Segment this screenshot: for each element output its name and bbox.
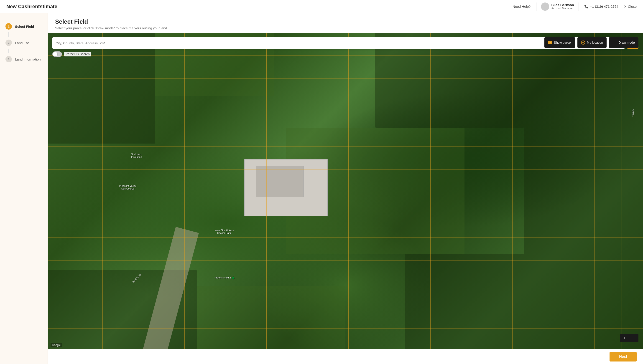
page-title: Select Field xyxy=(55,18,636,25)
account-name: Silas Berkson xyxy=(551,3,574,7)
step-1-number: 1 xyxy=(8,25,9,28)
sidebar-step-1[interactable]: 1 Select Field xyxy=(0,20,48,32)
need-help-link[interactable]: Need Help? xyxy=(513,4,530,8)
parcel-id-switch[interactable] xyxy=(52,52,62,57)
step-connector-1 xyxy=(9,32,9,37)
map-satellite: S ModernInsulation Pleasant ValleyGolf C… xyxy=(48,33,643,349)
my-location-icon xyxy=(581,40,585,44)
step-2-circle: 2 xyxy=(6,40,12,46)
step-connector-2 xyxy=(9,49,9,53)
sidebar-step-2[interactable]: 2 Land use xyxy=(0,37,48,49)
search-input-wrapper[interactable] xyxy=(52,37,625,49)
header-right: Need Help? Silas Berkson Account Manager… xyxy=(513,2,637,11)
draw-mode-button[interactable]: Draw mode xyxy=(609,37,638,48)
account-info: Silas Berkson Account Manager xyxy=(536,2,579,11)
parcel-id-label: Parcel ID Search xyxy=(64,52,91,56)
content-area: Select Field Select your parcel or click… xyxy=(48,13,643,364)
account-role: Account Manager xyxy=(551,7,574,10)
step-2-number: 2 xyxy=(8,41,9,44)
step-3-circle: 3 xyxy=(6,56,12,62)
avatar xyxy=(541,2,549,11)
account-details: Silas Berkson Account Manager xyxy=(551,3,574,10)
close-icon: ✕ xyxy=(624,4,627,9)
phone-number: +1 (319) 471-2754 xyxy=(590,4,618,8)
checkbox-icon: ✓ xyxy=(548,41,552,44)
zoom-out-button[interactable]: − xyxy=(629,334,638,342)
my-location-label: My location xyxy=(587,41,603,44)
content-header: Select Field Select your parcel or click… xyxy=(48,13,643,33)
phone-icon: 📞 xyxy=(584,4,588,9)
target-icon xyxy=(581,40,585,44)
zoom-controls: + − xyxy=(620,334,638,342)
app-title: New Cashrentstimate xyxy=(6,4,57,10)
step-1-label: Select Field xyxy=(15,24,34,28)
step-3-number: 3 xyxy=(8,58,9,61)
my-location-button[interactable]: My location xyxy=(577,37,607,48)
search-input[interactable] xyxy=(56,41,621,45)
show-parcel-label: Show parcel xyxy=(554,41,571,44)
header: New Cashrentstimate Need Help? Silas Ber… xyxy=(0,0,643,13)
parcel-grid xyxy=(48,33,643,349)
google-attribution: Google xyxy=(51,343,62,347)
phone-info: 📞 +1 (319) 471-2754 xyxy=(584,4,618,9)
close-button[interactable]: ✕ Close xyxy=(624,4,637,9)
square-icon xyxy=(613,41,616,44)
parcel-id-toggle[interactable]: Parcel ID Search xyxy=(52,52,91,57)
page-subtitle: Select your parcel or click "Draw mode" … xyxy=(55,26,636,30)
bottom-bar: Next xyxy=(48,349,643,364)
map-action-buttons: ✓ Show parcel My location xyxy=(544,37,638,48)
map-container[interactable]: S ModernInsulation Pleasant ValleyGolf C… xyxy=(48,33,643,349)
draw-mode-label: Draw mode xyxy=(618,41,635,44)
map-background: S ModernInsulation Pleasant ValleyGolf C… xyxy=(48,33,643,349)
step-2-label: Land use xyxy=(15,41,29,45)
next-button[interactable]: Next xyxy=(609,352,637,362)
step-1-circle: 1 xyxy=(6,23,12,30)
step-3-label: Land Information xyxy=(15,57,41,61)
zoom-in-button[interactable]: + xyxy=(620,334,629,342)
sidebar-step-3[interactable]: 3 Land Information xyxy=(0,53,48,65)
draw-mode-icon xyxy=(612,40,616,44)
sidebar: 1 Select Field 2 Land use 3 Land Informa… xyxy=(0,13,48,364)
show-parcel-button[interactable]: ✓ Show parcel xyxy=(544,37,575,48)
main-layout: 1 Select Field 2 Land use 3 Land Informa… xyxy=(0,13,643,364)
show-parcel-icon: ✓ xyxy=(548,40,552,44)
target-dot xyxy=(582,42,583,43)
close-label: Close xyxy=(628,4,637,8)
toggle-knob xyxy=(53,52,57,56)
